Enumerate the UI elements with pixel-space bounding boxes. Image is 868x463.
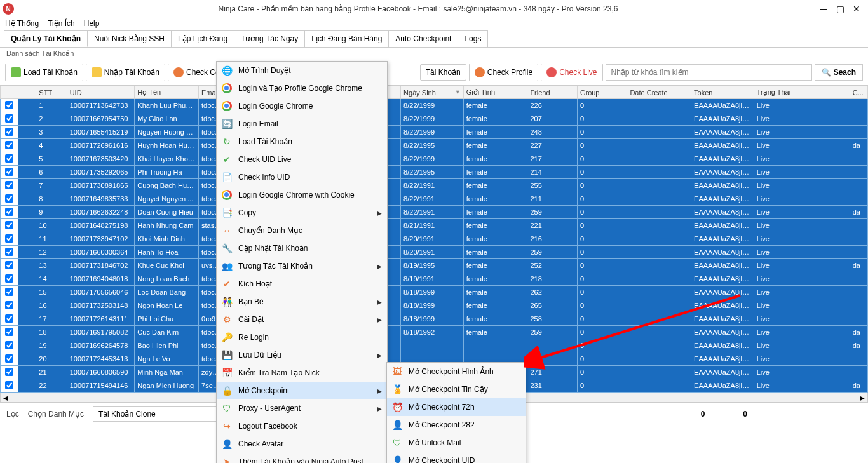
menu-item-load-t-i-kho-n[interactable]: ↻Load Tài Khoản	[217, 133, 387, 151]
menu-item-k-ch-ho-t[interactable]: ✔Kích Hoạt	[217, 275, 387, 293]
col-date-create[interactable]: Date Create	[627, 86, 691, 99]
scroll-left-icon[interactable]: ◀	[1, 394, 11, 401]
tab-nuoi-nick[interactable]: Nuôi Nick Bằng SSH	[87, 30, 172, 47]
row-checkbox[interactable]	[1, 339, 18, 352]
table-row[interactable]: 15 100071705656046 Loc Doan Bang tdbcrz.…	[1, 286, 868, 299]
col-friend[interactable]: Friend	[527, 86, 578, 99]
row-checkbox[interactable]	[1, 312, 18, 326]
menu-item-m-unlock-mail[interactable]: 🛡Mở Unlock Mail	[387, 434, 526, 452]
col-group[interactable]: Group	[577, 86, 627, 99]
row-checkbox[interactable]	[1, 126, 18, 139]
import-account-button[interactable]: Nhập Tài Khoản	[86, 64, 165, 81]
col-dob[interactable]: Ngày Sinh▼	[401, 86, 464, 99]
menu-item-login-google-chrome-with-cookie[interactable]: Login Google Chrome with Cookie	[217, 186, 387, 204]
menu-item-check-info-uid[interactable]: 📄Check Info UID	[217, 168, 387, 186]
table-row[interactable]: 19 100071696264578 Bao Hien Phi tdbclk..…	[1, 339, 868, 352]
menu-item-m-checkpoint-72h[interactable]: ⏰Mở Checkpoint 72h	[387, 398, 526, 416]
col-uid[interactable]: UID	[67, 86, 135, 99]
col-checkbox[interactable]	[1, 86, 18, 99]
account-button-partial[interactable]: Tài Khoản	[420, 64, 466, 81]
menu-item-m-checkpoint[interactable]: 🔒Mở Checkpoint▶	[217, 382, 387, 399]
tab-schedule-post[interactable]: Lập Lịch Đăng	[171, 30, 234, 47]
menu-item-c-i-t[interactable]: ⚙Cài Đặt▶	[217, 311, 387, 328]
col-name[interactable]: Họ Tên	[135, 86, 199, 99]
menu-item-logout-facebook[interactable]: ↪Logout Facebook	[217, 417, 387, 435]
col-stt[interactable]: STT	[36, 86, 67, 99]
row-checkbox[interactable]	[1, 246, 18, 259]
table-row[interactable]: 2 100071667954750 My Giao Lan tdbcfe... …	[1, 112, 868, 126]
row-checkbox[interactable]	[1, 299, 18, 312]
menu-item-l-u-d-li-u[interactable]: 💾Lưu Dữ Liệu▶	[217, 346, 387, 364]
table-row[interactable]: 1 100071713642733 Khanh Luu Phuong tdbcc…	[1, 99, 868, 112]
menu-system[interactable]: Hệ Thống	[5, 19, 39, 28]
menu-item-copy[interactable]: 📑Copy▶	[217, 204, 387, 222]
minimize-button[interactable]: ─	[818, 4, 829, 14]
row-checkbox[interactable]	[1, 326, 18, 339]
row-checkbox[interactable]	[1, 272, 18, 286]
table-row[interactable]: 18 100071691795082 Cuc Dan Kim tdbcct...…	[1, 326, 868, 339]
row-checkbox[interactable]	[1, 379, 18, 393]
menu-item-ki-m-tra-n-m-t-o-nick[interactable]: 📅Kiểm Tra Năm Tạo Nick	[217, 364, 387, 382]
context-menu[interactable]: 🌐Mở Trình DuyệtLogin và Tạo Profile Goog…	[216, 61, 388, 463]
menu-item-check-avatar[interactable]: 👤Check Avatar	[217, 435, 387, 453]
table-row[interactable]: 10 100071648275198 Hanh Nhung Cam stasko…	[1, 219, 868, 232]
menu-item-m-tr-nh-duy-t[interactable]: 🌐Mở Trình Duyệt	[217, 62, 387, 79]
menu-item-chuy-n-danh-m-c[interactable]: ↔Chuyển Danh Mục	[217, 222, 387, 239]
row-checkbox[interactable]	[1, 99, 18, 112]
menu-help[interactable]: Help	[84, 19, 100, 28]
row-checkbox[interactable]	[1, 206, 18, 219]
row-checkbox[interactable]	[1, 232, 18, 246]
row-checkbox[interactable]	[1, 219, 18, 232]
menu-item-t-ng-t-c-t-i-kho-n[interactable]: 👥Tương Tác Tài Khoản▶	[217, 257, 387, 275]
col-token[interactable]: Token	[691, 86, 754, 99]
context-submenu[interactable]: 🖼Mở Checkpoint Hình Ảnh🏅Mở Checkpoint Ti…	[386, 362, 526, 463]
row-checkbox[interactable]	[1, 139, 18, 152]
menu-item-m-checkpoint-h-nh-nh[interactable]: 🖼Mở Checkpoint Hình Ảnh	[387, 363, 526, 380]
table-row[interactable]: 11 100071733947102 Khoi Minh Dinh tdbcc.…	[1, 232, 868, 246]
table-row[interactable]: 5 100071673503420 Khai Huyen Khong tdbcb…	[1, 152, 868, 166]
menu-item-m-checkpoint-tin-c-y[interactable]: 🏅Mở Checkpoint Tin Cậy	[387, 380, 526, 398]
check-live-button[interactable]: Check Live	[541, 64, 602, 81]
row-checkbox[interactable]	[1, 112, 18, 126]
menu-item-login-email[interactable]: 🔄Login Email	[217, 115, 387, 133]
col-extra[interactable]: C...	[850, 86, 867, 99]
row-checkbox[interactable]	[1, 352, 18, 366]
menu-utility[interactable]: Tiện Ích	[48, 19, 75, 28]
table-row[interactable]: 12 100071660300364 Hanh To Hoa tdbcbj9..…	[1, 246, 868, 259]
row-checkbox[interactable]	[1, 366, 18, 379]
row-checkbox[interactable]	[1, 259, 18, 272]
row-checkbox[interactable]	[1, 286, 18, 299]
scroll-right-icon[interactable]: ▶	[857, 394, 867, 401]
row-checkbox[interactable]	[1, 179, 18, 192]
row-checkbox[interactable]	[1, 152, 18, 166]
tab-auto-checkpoint[interactable]: Auto Checkpoint	[388, 30, 458, 47]
table-row[interactable]: 4 100071726961616 Huynh Hoan Huo... tdbc…	[1, 139, 868, 152]
menu-item-th-m-t-i-kho-n-v-o-ninja-auto-post[interactable]: ➤Thêm Tài Khoản vào Ninja Auto Post	[217, 453, 387, 463]
load-account-button[interactable]: Load Tài Khoản	[5, 64, 83, 81]
menu-item-login-google-chrome[interactable]: Login Google Chrome	[217, 97, 387, 115]
menu-item-re-login[interactable]: 🔑Re Login	[217, 328, 387, 346]
table-row[interactable]: 14 100071694048018 Nong Loan Bach tdbc5k…	[1, 272, 868, 286]
table-row[interactable]: 3 100071655415219 Nguyen Huong H... tdbc…	[1, 126, 868, 139]
col-blank[interactable]	[18, 86, 36, 99]
check-profile-button[interactable]: Check Profile	[469, 64, 538, 81]
row-checkbox[interactable]	[1, 166, 18, 179]
tab-account-management[interactable]: Quản Lý Tài Khoản	[4, 30, 88, 47]
menu-item-b-n-b[interactable]: 👫Bạn Bè▶	[217, 293, 387, 311]
table-row[interactable]: 6 100071735292065 Phi Truong Ha tdbcos..…	[1, 166, 868, 179]
col-status[interactable]: Trạng Thái	[754, 86, 850, 99]
col-sex[interactable]: Giới Tính	[463, 86, 527, 99]
search-input[interactable]	[606, 64, 812, 81]
menu-item-m-checkpoint-uid[interactable]: 👤Mở Checkpoint UID	[387, 452, 526, 463]
menu-item-c-p-nh-t-t-i-kho-n[interactable]: 🔧Cập Nhật Tài Khoản	[217, 239, 387, 257]
table-row[interactable]: 16 100071732503148 Ngon Hoan Le tdbcet..…	[1, 299, 868, 312]
maximize-button[interactable]: ▢	[835, 4, 845, 14]
menu-item-login-v-t-o-profile-google-chrome[interactable]: Login và Tạo Profile Google Chrome	[217, 79, 387, 97]
menu-item-m-checkpoint-282[interactable]: 👤Mở Checkpoint 282	[387, 416, 526, 434]
close-button[interactable]: ✕	[851, 4, 862, 14]
tab-sale-schedule[interactable]: Lịch Đăng Bán Hàng	[304, 30, 389, 47]
table-row[interactable]: 8 100071649835733 Nguyet Nguyen ... tdbc…	[1, 192, 868, 206]
menu-item-proxy-useragent[interactable]: 🛡Proxy - UserAgent▶	[217, 399, 387, 417]
menu-item-check-uid-live[interactable]: ✔Check UID Live	[217, 151, 387, 168]
table-row[interactable]: 13 100071731846702 Khue Cuc Khoi uvs7ryl…	[1, 259, 868, 272]
